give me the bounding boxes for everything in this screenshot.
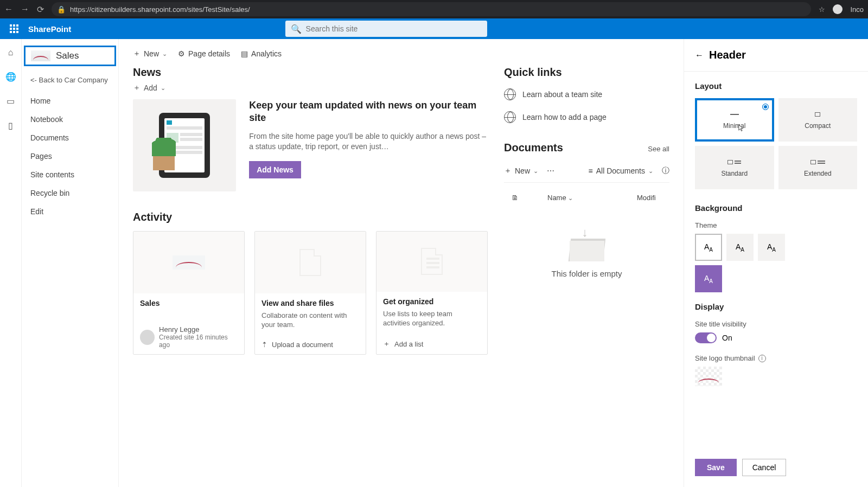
theme-option-4[interactable] xyxy=(695,265,722,292)
site-logo-icon xyxy=(31,50,50,61)
site-title-toggle[interactable] xyxy=(695,332,717,343)
plus-icon: ＋ xyxy=(133,49,141,59)
chart-icon: ▤ xyxy=(241,49,248,58)
chevron-down-icon: ⌄ xyxy=(648,168,653,175)
layout-option-standard[interactable]: Standard xyxy=(695,146,774,189)
nav-pages[interactable]: Pages xyxy=(22,147,118,165)
news-add-button[interactable]: ＋Add⌄ xyxy=(133,83,488,93)
star-icon[interactable]: ☆ xyxy=(819,5,825,14)
site-logo-thumbnail[interactable] xyxy=(695,367,722,386)
theme-option-3[interactable] xyxy=(758,234,785,261)
site-header-highlight[interactable]: Sales xyxy=(24,46,116,66)
info-icon[interactable]: ⓘ xyxy=(662,166,669,176)
gear-icon: ⚙ xyxy=(178,49,185,58)
site-title-visibility-label: Site title visibility xyxy=(695,320,857,328)
card-title: Get organized xyxy=(383,297,481,306)
activity-card-sales[interactable]: Sales Henry Legge Created site 16 minute… xyxy=(133,231,245,355)
app-launcher-icon[interactable] xyxy=(4,24,24,33)
site-name: Sales xyxy=(56,50,79,61)
background-heading: Background xyxy=(695,203,857,213)
news-icon[interactable]: ▭ xyxy=(7,96,15,106)
upload-document-action[interactable]: ⇡Upload a document xyxy=(255,335,366,354)
sharepoint-brand[interactable]: SharePoint xyxy=(28,24,71,34)
news-heading: News xyxy=(133,66,488,79)
globe-icon xyxy=(504,88,516,100)
page-content: ＋New⌄ ⚙Page details ▤Analytics News ＋Add… xyxy=(118,39,684,487)
theme-heading: Theme xyxy=(695,221,857,229)
news-description: From the site home page you'll be able t… xyxy=(249,131,488,152)
add-list-action[interactable]: ＋Add a list xyxy=(376,334,487,354)
search-box[interactable]: 🔍 xyxy=(285,21,487,37)
document-columns: 🗎 Name ⌄ Modifi xyxy=(504,188,669,207)
view-selector[interactable]: ≡All Documents⌄ xyxy=(589,166,653,175)
home-icon[interactable]: ⌂ xyxy=(8,48,14,57)
files-icon[interactable]: ▯ xyxy=(8,120,13,131)
empty-folder: ↓ This folder is empty xyxy=(504,207,669,300)
file-type-icon[interactable]: 🗎 xyxy=(504,194,526,202)
layout-option-compact[interactable]: Compact xyxy=(778,98,858,142)
left-navigation: Sales <- Back to Car Company Home Notebo… xyxy=(22,39,118,487)
doc-new-button[interactable]: ＋New⌄ xyxy=(504,166,538,176)
theme-option-1[interactable] xyxy=(695,234,722,261)
document-icon xyxy=(299,249,321,276)
activity-card-files[interactable]: View and share files Collaborate on cont… xyxy=(254,231,366,355)
profile-label: Inco xyxy=(850,5,864,14)
card-title: View and share files xyxy=(261,299,359,307)
layout-option-extended[interactable]: Extended xyxy=(778,146,858,189)
card-desc: Use lists to keep team activities organi… xyxy=(383,309,481,328)
chevron-down-icon: ⌄ xyxy=(161,85,165,92)
plus-icon: ＋ xyxy=(383,339,390,349)
quicklink-add-page[interactable]: Learn how to add a page xyxy=(504,106,669,129)
radio-icon xyxy=(762,104,769,110)
card-title: Sales xyxy=(140,299,238,307)
quicklink-team-site[interactable]: Learn about a team site xyxy=(504,83,669,106)
nav-recycle-bin[interactable]: Recycle bin xyxy=(22,184,118,202)
back-to-hub-link[interactable]: <- Back to Car Company xyxy=(22,72,118,92)
nav-documents[interactable]: Documents xyxy=(22,129,118,147)
upload-icon: ⇡ xyxy=(261,341,267,349)
more-icon[interactable]: ⋯ xyxy=(547,166,554,175)
info-icon[interactable]: i xyxy=(758,355,766,362)
empty-folder-icon: ↓ xyxy=(568,229,606,261)
quicklinks-heading: Quick links xyxy=(504,66,669,79)
cancel-button[interactable]: Cancel xyxy=(742,459,787,476)
globe-icon[interactable]: 🌐 xyxy=(5,72,16,82)
nav-edit[interactable]: Edit xyxy=(22,202,118,221)
display-heading: Display xyxy=(695,302,857,311)
search-input[interactable] xyxy=(306,24,482,33)
list-icon xyxy=(421,248,443,275)
theme-option-2[interactable] xyxy=(726,234,754,261)
plus-icon: ＋ xyxy=(133,83,141,93)
panel-title: Header xyxy=(709,49,746,61)
nav-home[interactable]: Home xyxy=(22,92,118,110)
back-icon[interactable]: ← xyxy=(4,4,13,14)
chevron-down-icon: ⌄ xyxy=(568,195,573,201)
suite-bar: SharePoint 🔍 xyxy=(0,18,868,39)
address-bar[interactable]: 🔒 https://citizenbuilders.sharepoint.com… xyxy=(52,2,811,16)
layout-option-minimal[interactable]: Minimal xyxy=(695,98,774,142)
page-details-button[interactable]: ⚙Page details xyxy=(178,49,230,58)
avatar-icon xyxy=(140,330,155,345)
site-logo-icon xyxy=(173,255,205,270)
column-modified[interactable]: Modifi xyxy=(637,194,669,202)
add-news-button[interactable]: Add News xyxy=(249,161,301,178)
news-title: Keep your team updated with news on your… xyxy=(249,99,488,125)
reload-icon[interactable]: ⟳ xyxy=(37,4,44,15)
plus-icon: ＋ xyxy=(504,166,512,176)
column-name[interactable]: Name ⌄ xyxy=(547,194,615,202)
nav-site-contents[interactable]: Site contents xyxy=(22,165,118,184)
save-button[interactable]: Save xyxy=(695,459,737,476)
header-settings-panel: ← Header Layout Minimal Compact Standard xyxy=(684,39,868,487)
activity-card-organized[interactable]: Get organized Use lists to keep team act… xyxy=(376,231,488,355)
forward-icon[interactable]: → xyxy=(21,4,29,14)
back-arrow-icon[interactable]: ← xyxy=(695,50,704,60)
documents-heading: Documents xyxy=(504,142,563,154)
activity-heading: Activity xyxy=(133,211,488,223)
card-author: Henry Legge xyxy=(159,325,238,334)
card-desc: Collaborate on content with your team. xyxy=(261,311,359,330)
profile-avatar-icon[interactable] xyxy=(833,4,843,14)
see-all-link[interactable]: See all xyxy=(648,145,669,153)
nav-notebook[interactable]: Notebook xyxy=(22,110,118,129)
new-button[interactable]: ＋New⌄ xyxy=(133,49,167,59)
analytics-button[interactable]: ▤Analytics xyxy=(241,49,282,58)
